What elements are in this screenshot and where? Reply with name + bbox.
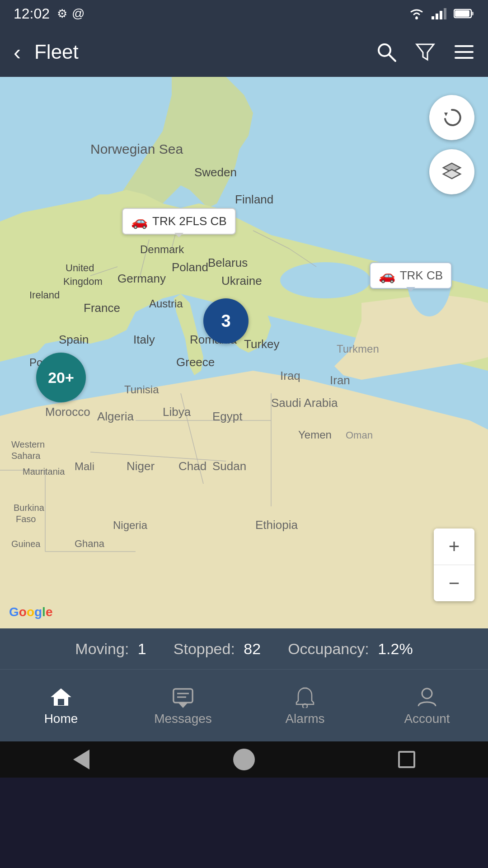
page-title: Fleet bbox=[34, 41, 79, 63]
nav-label-alarms: Alarms bbox=[285, 712, 324, 726]
nav-bar: ‹ Fleet bbox=[0, 27, 488, 77]
svg-text:Belarus: Belarus bbox=[208, 256, 248, 269]
stopped-value: 82 bbox=[244, 640, 261, 657]
svg-text:Oman: Oman bbox=[346, 429, 373, 441]
svg-text:Sahara: Sahara bbox=[11, 451, 41, 461]
google-logo: Google bbox=[9, 605, 52, 619]
svg-text:Germany: Germany bbox=[117, 272, 166, 285]
svg-text:Italy: Italy bbox=[133, 333, 155, 346]
nav-label-account: Account bbox=[404, 712, 450, 726]
svg-text:Greece: Greece bbox=[176, 355, 215, 369]
svg-marker-73 bbox=[444, 113, 448, 116]
vehicle-marker-1[interactable]: 🚗 TRK 2FLS CB bbox=[122, 208, 236, 235]
vehicle-label-2: TRK CB bbox=[400, 269, 443, 283]
android-back-icon bbox=[73, 750, 89, 769]
messages-icon bbox=[172, 685, 194, 708]
menu-icon[interactable] bbox=[454, 42, 474, 62]
svg-text:Ukraine: Ukraine bbox=[221, 274, 262, 288]
nav-item-messages[interactable]: Messages bbox=[122, 685, 244, 726]
svg-text:Iran: Iran bbox=[330, 373, 350, 387]
at-icon: @ bbox=[72, 6, 84, 21]
occupancy-value: 1.2% bbox=[378, 640, 413, 657]
svg-marker-75 bbox=[443, 170, 460, 179]
svg-text:Niger: Niger bbox=[127, 459, 155, 473]
back-button[interactable]: ‹ bbox=[14, 40, 21, 65]
android-home-icon bbox=[233, 749, 255, 770]
android-home-button[interactable] bbox=[230, 746, 258, 773]
vehicle-icon-1: 🚗 bbox=[131, 213, 148, 229]
svg-text:Turkmen: Turkmen bbox=[337, 343, 379, 355]
svg-text:Faso: Faso bbox=[16, 514, 36, 524]
svg-text:Ireland: Ireland bbox=[29, 289, 60, 301]
svg-rect-6 bbox=[471, 12, 474, 15]
wifi-icon bbox=[408, 7, 425, 20]
stats-bar: Moving: 1 Stopped: 82 Occupancy: 1.2% bbox=[0, 628, 488, 669]
vehicle-cluster-teal[interactable]: 20+ bbox=[36, 353, 86, 402]
svg-text:Ethiopia: Ethiopia bbox=[255, 518, 298, 532]
svg-point-84 bbox=[422, 689, 432, 698]
svg-point-15 bbox=[280, 262, 371, 298]
vehicle-cluster-blue[interactable]: 3 bbox=[203, 298, 249, 344]
svg-text:Saudi Arabia: Saudi Arabia bbox=[271, 396, 338, 410]
svg-rect-7 bbox=[455, 10, 469, 17]
vehicle-label-1: TRK 2FLS CB bbox=[152, 214, 227, 228]
svg-text:Poland: Poland bbox=[172, 260, 208, 274]
svg-text:Spain: Spain bbox=[59, 333, 89, 346]
svg-marker-10 bbox=[417, 44, 434, 60]
svg-rect-3 bbox=[440, 11, 442, 19]
vehicle-marker-2[interactable]: 🚗 TRK CB bbox=[370, 262, 452, 289]
map-area[interactable]: Norwegian Sea Sweden Finland Norway Unit… bbox=[0, 77, 488, 628]
svg-text:Western: Western bbox=[11, 439, 45, 449]
battery-icon bbox=[454, 8, 474, 19]
android-recent-button[interactable] bbox=[393, 746, 420, 773]
svg-text:Turkey: Turkey bbox=[244, 337, 280, 351]
svg-text:Norwegian Sea: Norwegian Sea bbox=[90, 142, 183, 156]
nav-label-messages: Messages bbox=[154, 712, 212, 726]
zoom-in-button[interactable]: + bbox=[434, 528, 474, 565]
search-icon[interactable] bbox=[376, 42, 397, 62]
svg-text:Mauritania: Mauritania bbox=[23, 467, 65, 476]
nav-item-alarms[interactable]: Alarms bbox=[244, 685, 366, 726]
map-background: Norwegian Sea Sweden Finland Norway Unit… bbox=[0, 77, 488, 628]
vehicle-icon-2: 🚗 bbox=[379, 268, 395, 283]
svg-marker-78 bbox=[178, 703, 188, 708]
svg-text:United: United bbox=[66, 262, 94, 274]
svg-rect-76 bbox=[58, 699, 64, 705]
svg-rect-79 bbox=[174, 689, 192, 703]
svg-text:Yemen: Yemen bbox=[298, 429, 332, 441]
svg-text:Ghana: Ghana bbox=[75, 538, 105, 549]
stopped-label: Stopped: bbox=[174, 640, 235, 657]
svg-text:France: France bbox=[84, 301, 120, 315]
svg-rect-4 bbox=[444, 8, 446, 19]
svg-text:Kingdom: Kingdom bbox=[63, 276, 103, 287]
home-icon bbox=[50, 685, 72, 708]
zoom-out-button[interactable]: − bbox=[434, 565, 474, 601]
svg-text:Iraq: Iraq bbox=[280, 369, 300, 382]
bottom-nav: Home Messages Alarms Account bbox=[0, 669, 488, 741]
status-time: 12:02 bbox=[14, 5, 50, 22]
svg-line-9 bbox=[389, 55, 395, 61]
svg-point-0 bbox=[415, 17, 418, 19]
cluster-teal-count: 20+ bbox=[48, 369, 74, 387]
android-back-button[interactable] bbox=[68, 746, 95, 773]
svg-text:Tunisia: Tunisia bbox=[124, 383, 159, 396]
svg-text:Burkina: Burkina bbox=[14, 503, 45, 513]
svg-text:Libya: Libya bbox=[163, 405, 191, 419]
android-nav-bar bbox=[0, 741, 488, 778]
svg-text:Nigeria: Nigeria bbox=[113, 519, 148, 531]
svg-text:Chad: Chad bbox=[178, 459, 206, 473]
status-bar: 12:02 ⚙ @ bbox=[0, 0, 488, 27]
filter-icon[interactable] bbox=[415, 42, 436, 62]
cluster-blue-count: 3 bbox=[221, 311, 230, 331]
svg-text:Denmark: Denmark bbox=[140, 243, 184, 255]
svg-text:Sweden: Sweden bbox=[194, 165, 237, 179]
moving-label: Moving: bbox=[75, 640, 129, 657]
account-icon bbox=[416, 685, 438, 708]
signal-icon bbox=[431, 7, 447, 20]
refresh-button[interactable] bbox=[429, 95, 474, 140]
alarms-icon bbox=[294, 685, 316, 708]
layers-button[interactable] bbox=[429, 149, 474, 194]
svg-text:Finland: Finland bbox=[235, 193, 273, 206]
nav-item-account[interactable]: Account bbox=[366, 685, 488, 726]
nav-item-home[interactable]: Home bbox=[0, 685, 122, 726]
